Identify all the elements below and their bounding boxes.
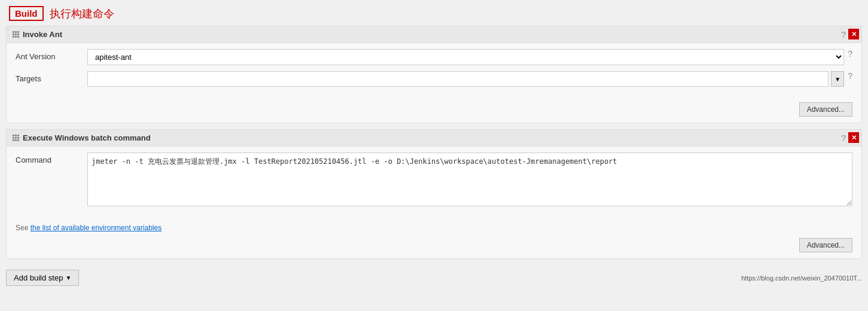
targets-control: ▼	[87, 71, 844, 87]
env-variables-link[interactable]: the list of available environment variab…	[31, 224, 162, 232]
section-title-execute-batch: Execute Windows batch command	[23, 133, 151, 142]
section-header-invoke-ant: Invoke Ant	[7, 26, 861, 43]
targets-label: Targets	[16, 71, 87, 83]
execute-batch-body: Command	[7, 147, 861, 220]
targets-expand-button[interactable]: ▼	[831, 71, 844, 87]
close-execute-batch-button[interactable]: ✕	[848, 132, 859, 143]
targets-input-row: ▼	[87, 71, 844, 87]
page-title: 执行构建命令	[50, 7, 114, 21]
section-title-invoke-ant: Invoke Ant	[23, 30, 62, 39]
see-text: See	[16, 224, 31, 232]
add-build-step-arrow-icon: ▼	[65, 275, 71, 281]
bottom-bar: Add build step ▼ https://blog.csdn.net/w…	[0, 265, 868, 291]
ant-version-select[interactable]: apitest-ant	[87, 49, 844, 65]
status-url: https://blog.csdn.net/weixin_20470010T..…	[741, 275, 862, 282]
close-invoke-ant-button[interactable]: ✕	[848, 29, 859, 39]
see-link-row: See the list of available environment va…	[7, 220, 861, 234]
build-badge: Build	[9, 6, 44, 21]
ant-version-row: Ant Version apitest-ant ?	[16, 49, 852, 65]
add-build-step-label: Add build step	[14, 273, 63, 282]
invoke-ant-advanced-row: Advanced...	[7, 99, 861, 123]
page-header: Build 执行构建命令	[0, 0, 868, 26]
invoke-ant-body: Ant Version apitest-ant ? Targets ▼ ?	[7, 43, 861, 99]
command-control	[87, 153, 852, 208]
command-label: Command	[16, 153, 87, 164]
add-build-step-button[interactable]: Add build step ▼	[6, 270, 79, 286]
help-invoke-ant-icon[interactable]: ?	[841, 30, 846, 39]
help-targets-icon[interactable]: ?	[848, 71, 852, 81]
section-header-execute-batch: Execute Windows batch command	[7, 130, 861, 147]
execute-batch-advanced-row: Advanced...	[7, 234, 861, 258]
section-grid-icon-2	[13, 135, 19, 141]
execute-batch-section: Execute Windows batch command ✕ ? Comman…	[6, 129, 862, 259]
execute-batch-advanced-button[interactable]: Advanced...	[799, 238, 852, 252]
section-grid-icon	[13, 31, 19, 38]
command-textarea[interactable]	[87, 153, 852, 206]
help-execute-batch-icon[interactable]: ?	[841, 133, 846, 143]
invoke-ant-section: Invoke Ant ✕ ? Ant Version apitest-ant ?…	[6, 26, 862, 123]
invoke-ant-advanced-button[interactable]: Advanced...	[799, 102, 852, 117]
targets-input[interactable]	[87, 71, 829, 87]
targets-row: Targets ▼ ?	[16, 71, 852, 87]
ant-version-control: apitest-ant	[87, 49, 844, 65]
ant-version-label: Ant Version	[16, 49, 87, 61]
command-row: Command	[16, 153, 852, 208]
help-ant-version-icon[interactable]: ?	[848, 49, 852, 59]
